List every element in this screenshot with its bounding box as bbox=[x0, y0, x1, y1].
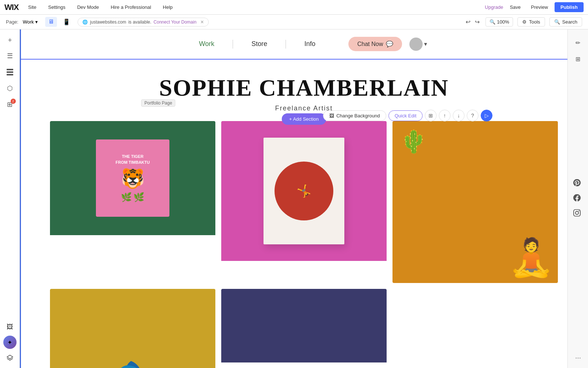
add-section-button[interactable]: + Add Section bbox=[282, 113, 326, 125]
domain-icon: 🌐 bbox=[82, 20, 88, 25]
svg-rect-2 bbox=[7, 74, 13, 75]
section-left-border bbox=[20, 29, 21, 368]
change-bg-icon: 🖼 bbox=[329, 113, 334, 118]
zoom-value: 100% bbox=[497, 19, 509, 25]
move-down-section-btn[interactable]: ↓ bbox=[453, 110, 465, 121]
page-bar-right: ↩ ↪ 🔍 100% ⚙ Tools 🔍 Search bbox=[464, 17, 582, 27]
art-green-bg: THE TIGERFROM TIMBAKTU 🐯 🌿 🌿 bbox=[50, 121, 215, 235]
nav-settings[interactable]: Settings bbox=[46, 4, 68, 10]
top-bar-right: Upgrade Save Preview Publish bbox=[485, 2, 584, 12]
move-up-section-btn[interactable]: ↑ bbox=[439, 110, 451, 121]
preview-button[interactable]: Preview bbox=[527, 4, 552, 10]
hero-title: SOPHIE CHAMBERLAIN bbox=[28, 74, 580, 102]
sidebar-components-icon[interactable]: ⬡ bbox=[3, 81, 17, 96]
change-background-button[interactable]: 🖼 Change Background bbox=[323, 110, 386, 121]
wix-logo: WIX bbox=[4, 3, 19, 12]
nav-hire[interactable]: Hire a Professional bbox=[108, 4, 153, 10]
tools-label: Tools bbox=[529, 19, 540, 25]
redo-button[interactable]: ↪ bbox=[473, 17, 481, 27]
nav-devmode[interactable]: Dev Mode bbox=[75, 4, 101, 10]
search-icon: 🔍 bbox=[554, 19, 560, 25]
upgrade-button[interactable]: Upgrade bbox=[485, 4, 503, 10]
page-bar: Page: Work ▾ 🖥 📱 🌐 justawebsites.com is … bbox=[0, 15, 588, 29]
gallery-item-4[interactable]: 🐟 bbox=[50, 289, 215, 368]
gallery-item-1[interactable]: THE TIGERFROM TIMBAKTU 🐯 🌿 🌿 bbox=[50, 121, 215, 283]
sidebar-layers2-icon[interactable] bbox=[3, 350, 17, 365]
nav-chevron-icon[interactable]: ▾ bbox=[424, 40, 427, 47]
connect-domain-button[interactable]: Connect Your Domain bbox=[154, 20, 197, 25]
save-button[interactable]: Save bbox=[506, 4, 524, 10]
pinterest-icon[interactable] bbox=[573, 179, 581, 188]
sidebar-layers-icon[interactable] bbox=[3, 65, 17, 79]
sidebar-media-icon[interactable]: 🖼 bbox=[3, 319, 17, 334]
svg-marker-3 bbox=[7, 355, 13, 359]
woman-figure: 🧘 bbox=[508, 236, 554, 279]
page-name: Work bbox=[23, 19, 34, 25]
nav-store[interactable]: Store bbox=[233, 40, 286, 48]
search-button[interactable]: 🔍 Search bbox=[549, 17, 582, 26]
hero-section: SOPHIE CHAMBERLAIN Freelance Artist THE … bbox=[20, 59, 588, 368]
sidebar-apps-icon[interactable]: ⊞ bbox=[3, 97, 17, 112]
art-pink-bg: 🤸 bbox=[221, 121, 387, 261]
chat-icon: 💬 bbox=[386, 40, 393, 47]
sidebar-add-icon[interactable]: ＋ bbox=[3, 32, 17, 47]
pink-card: 🤸 bbox=[263, 138, 344, 244]
plant-icons: 🌿 🌿 bbox=[121, 192, 144, 202]
nav-site[interactable]: Site bbox=[26, 4, 39, 10]
instagram-icon[interactable] bbox=[573, 209, 581, 219]
tiger-art: THE TIGERFROM TIMBAKTU 🐯 🌿 🌿 bbox=[96, 139, 169, 217]
nav-avatar[interactable] bbox=[409, 38, 423, 51]
gallery-item-5[interactable] bbox=[221, 289, 387, 368]
close-notice-button[interactable]: ✕ bbox=[200, 20, 204, 25]
search-label: Search bbox=[562, 19, 577, 25]
svg-rect-1 bbox=[7, 71, 13, 73]
edit-button[interactable]: ✏ bbox=[571, 35, 585, 50]
tiger-text: THE TIGERFROM TIMBAKTU bbox=[116, 154, 150, 165]
figure-art: 🤸 bbox=[275, 162, 333, 220]
quick-edit-button[interactable]: Quick Edit bbox=[388, 110, 423, 121]
canvas-area: Work Store Info Chat Now 💬 ▾ Portfolio P… bbox=[20, 29, 588, 368]
portfolio-page-label: Portfolio Page bbox=[141, 99, 175, 107]
desktop-device-btn[interactable]: 🖥 bbox=[45, 17, 57, 27]
nav-work[interactable]: Work bbox=[181, 40, 233, 48]
sidebar-pages-icon[interactable]: ☰ bbox=[3, 49, 17, 63]
section-settings-btn[interactable]: ▷ bbox=[481, 110, 492, 121]
mobile-device-btn[interactable]: 📱 bbox=[60, 17, 73, 27]
chat-now-button[interactable]: Chat Now 💬 bbox=[348, 37, 402, 51]
undo-redo-controls: ↩ ↪ bbox=[464, 17, 481, 27]
grid-layout-btn[interactable]: ⊞ bbox=[425, 110, 437, 121]
add-section-bar: + Add Section bbox=[282, 113, 326, 125]
grid-button[interactable]: ⊞ bbox=[571, 52, 585, 66]
sidebar-bottom: 🖼 ✦ bbox=[3, 319, 17, 365]
tools-icon: ⚙ bbox=[522, 19, 527, 25]
change-bg-label: Change Background bbox=[336, 113, 380, 118]
ai-assistant-icon[interactable]: ✦ bbox=[3, 336, 17, 349]
undo-button[interactable]: ↩ bbox=[464, 17, 472, 27]
gallery-item-3[interactable]: 🧘 🌵 bbox=[392, 121, 558, 283]
device-switcher: 🖥 📱 bbox=[45, 17, 73, 27]
tools-button[interactable]: ⚙ Tools bbox=[517, 17, 545, 26]
more-options-button[interactable]: ⋯ bbox=[571, 350, 585, 365]
page-selector[interactable]: Work ▾ bbox=[23, 19, 38, 25]
nav-help[interactable]: Help bbox=[161, 4, 175, 10]
domain-name: justawebsites.com bbox=[90, 20, 126, 25]
section-toolbar: 🖼 Change Background Quick Edit ⊞ ↑ ↓ ? ▷ bbox=[323, 110, 492, 121]
tiger-emoji: 🐯 bbox=[121, 167, 145, 190]
page-chevron-icon: ▾ bbox=[35, 19, 38, 25]
site-navigation: Work Store Info Chat Now 💬 ▾ bbox=[20, 29, 588, 59]
plant-art: 🌵 bbox=[400, 128, 427, 155]
main-layout: ＋ ☰ ⬡ ⊞ 🖼 ✦ Work Store bbox=[0, 29, 588, 368]
domain-notice: 🌐 justawebsites.com is available. Connec… bbox=[78, 18, 209, 26]
nav-info[interactable]: Info bbox=[286, 40, 334, 48]
art-yellow-bg: 🐟 bbox=[50, 289, 215, 368]
publish-button[interactable]: Publish bbox=[555, 2, 584, 12]
help-section-btn[interactable]: ? bbox=[467, 110, 478, 121]
social-icons bbox=[573, 179, 581, 219]
yellow-art-emoji: 🐟 bbox=[114, 354, 151, 368]
left-sidebar: ＋ ☰ ⬡ ⊞ 🖼 ✦ bbox=[0, 29, 20, 368]
gallery-item-2[interactable]: 🤸 bbox=[221, 121, 387, 283]
quick-edit-label: Quick Edit bbox=[395, 113, 416, 118]
facebook-icon[interactable] bbox=[573, 194, 581, 204]
gallery-grid: THE TIGERFROM TIMBAKTU 🐯 🌿 🌿 bbox=[28, 112, 580, 368]
zoom-control[interactable]: 🔍 100% bbox=[485, 17, 513, 26]
